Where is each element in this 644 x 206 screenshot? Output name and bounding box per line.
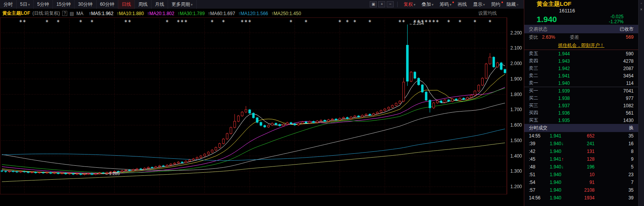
ask-row-5[interactable]: 卖五1.944590 [524, 50, 638, 57]
window-icon[interactable]: ▫ [641, 1, 642, 6]
tape-time: 14:56 [529, 195, 546, 201]
tab-period-30min[interactable]: 30分钟 [75, 0, 96, 9]
svg-text:←2.254: ←2.254 [409, 21, 424, 26]
tape-volume: 2108 [569, 187, 595, 193]
tab-period-daily[interactable]: 日线 [118, 0, 135, 9]
ask-row-2[interactable]: 卖二1.9413454 [524, 72, 638, 79]
set-ma-button[interactable]: 设置均线 [478, 10, 497, 17]
ask-row-3[interactable]: 卖三1.9422087 [524, 65, 638, 72]
tape-switch-button[interactable]: 换 [629, 125, 634, 131]
svg-text:∗: ∗ [79, 19, 82, 23]
toolbar-right-buttons: ▣+−│复权▾叠加▾筹码▾画线显示▾简约隐藏» [369, 1, 524, 8]
svg-text:∗: ∗ [353, 19, 357, 23]
chart-mode-label: (日线:前复权) [32, 10, 60, 17]
period-tabs: 分时5日▾5分钟15分钟30分钟60分钟日线周线月线更多周期▾ [0, 0, 197, 9]
pin-icon[interactable]: ▣ [370, 1, 377, 7]
help-icon[interactable]: ? [62, 11, 67, 16]
open-account-ad[interactable]: 抓住机会，即刻开户！ [524, 41, 638, 50]
tape-row-0: 14:551.94165235 [524, 132, 638, 140]
tab-period-fenshi[interactable]: 分时 [0, 0, 17, 9]
close-icon[interactable]: × [640, 7, 642, 12]
price-tick: 1.700 [510, 107, 522, 112]
tab-period-weekly[interactable]: 周线 [135, 0, 151, 9]
ob-volume: 1430 [623, 118, 634, 123]
ma-label-ma5: ↑MA5:1.962 [89, 11, 114, 16]
fuquan-button[interactable]: 复权▾ [401, 1, 419, 8]
tape-count: 35 [620, 133, 634, 139]
ma-label-ma10: ↑MA10:1.880 [117, 11, 144, 16]
xianshi-button[interactable]: 显示▾ [470, 1, 488, 8]
bid-row-2[interactable]: 买二1.938977 [524, 94, 638, 102]
tape-volume: 128 [569, 156, 595, 162]
price-tick: 2.000 [510, 61, 522, 66]
zoom-out-icon[interactable]: − [387, 1, 394, 7]
tape-header-label: 分时成交 [529, 125, 547, 131]
jianyue-button[interactable]: 简约 [488, 1, 503, 8]
tape-row-2: :421.9401318 [524, 148, 638, 155]
bid-row-5[interactable]: 买五1.9351430 [524, 117, 638, 124]
ma-label-ma250: ↑MA250:1.450 [271, 11, 301, 16]
divider: │ [396, 2, 399, 7]
price-tick: 1.200 [510, 184, 522, 189]
tape-volume: 241 [569, 141, 595, 146]
tape-count: 16 [620, 141, 634, 146]
yincang-button[interactable]: 隐藏» [503, 1, 522, 8]
bid-row-4[interactable]: 买四1.936561 [524, 109, 638, 117]
ask-row-1[interactable]: 卖一1.940114 [524, 79, 638, 87]
huaxian-button[interactable]: 画线 [454, 1, 470, 8]
indicator-icon[interactable]: ▤ [70, 11, 74, 16]
tab-period-5day[interactable]: 5日▾ [17, 0, 34, 9]
tab-period-more-period[interactable]: 更多周期▾ [168, 0, 197, 9]
tick-arrow-icon: ↓ [561, 141, 564, 146]
tape-price: 1.940 [550, 180, 569, 185]
svg-text:∗: ∗ [338, 19, 342, 23]
tape-time: 14:55 [529, 133, 546, 139]
ma-dropdown-button[interactable]: MA [76, 11, 83, 16]
svg-text:∗: ∗ [210, 19, 214, 23]
ob-price: 1.943 [558, 58, 582, 64]
tape-volume: 1934 [569, 195, 595, 201]
svg-text:∗: ∗ [222, 19, 225, 23]
panel-collapse-strip[interactable]: ▫× [638, 0, 644, 206]
ob-price: 1.935 [558, 118, 582, 123]
tab-period-monthly[interactable]: 月线 [151, 0, 168, 9]
tab-period-60min[interactable]: 60分钟 [97, 0, 118, 9]
price-tick: 1.600 [510, 122, 522, 128]
svg-text:∗: ∗ [165, 19, 169, 23]
ob-side-label: 买四 [529, 110, 543, 116]
svg-text:∗: ∗ [436, 19, 439, 23]
tick-arrow-icon: ↓ [561, 164, 564, 170]
tape-price: 1.940 [550, 172, 569, 177]
weicha-label: 委差 [570, 34, 579, 41]
ob-volume: 114 [626, 81, 634, 86]
double-chevron-icon: » [517, 3, 518, 7]
svg-text:∗: ∗ [45, 19, 49, 23]
chevron-down-icon: ▾ [483, 3, 485, 7]
time-sales-list[interactable]: 14:551.94165235:391.940↓24116:421.940131… [524, 132, 638, 202]
tape-price: 1.940 [550, 187, 569, 193]
zoom-in-icon[interactable]: + [378, 1, 385, 7]
price-tick: 2.200 [510, 30, 522, 36]
svg-text:∗: ∗ [447, 19, 450, 23]
price-tick: 1.800 [510, 92, 522, 97]
svg-text:←1.285: ←1.285 [105, 171, 120, 176]
tape-row-4: :481.940↓1965 [524, 163, 638, 171]
chouma-button[interactable]: 筹码▾ [437, 1, 455, 8]
ob-price: 1.941 [558, 73, 582, 79]
tape-time: :54 [529, 180, 546, 185]
ob-side-label: 卖三 [529, 65, 543, 72]
tape-price: 1.940↓ [550, 141, 569, 146]
tape-volume: 131 [569, 149, 595, 154]
last-price: 1.940 [537, 15, 557, 24]
bid-row-3[interactable]: 买三1.9371082 [524, 102, 638, 109]
ask-row-4[interactable]: 卖四1.9434278 [524, 57, 638, 65]
panel-symbol-code: 161116 [524, 8, 638, 14]
diejia-button[interactable]: 叠加▾ [418, 1, 437, 8]
open-account-link[interactable]: 抓住机会，即刻开户！ [558, 43, 605, 48]
bid-row-1[interactable]: 买一1.9397041 [524, 87, 638, 94]
tape-count: 9 [620, 156, 634, 162]
tab-period-15min[interactable]: 15分钟 [53, 0, 75, 9]
candlestick-chart[interactable]: ∗∗∗∗∗∗∗∗∗∗∗∗∗∗∗∗∗∗∗∗∗∗∗∗∗∗∗∗∗∗∗∗∗∗∗∗←2.2… [0, 17, 507, 194]
tab-period-5min[interactable]: 5分钟 [34, 0, 53, 9]
ob-side-label: 买五 [529, 117, 543, 124]
